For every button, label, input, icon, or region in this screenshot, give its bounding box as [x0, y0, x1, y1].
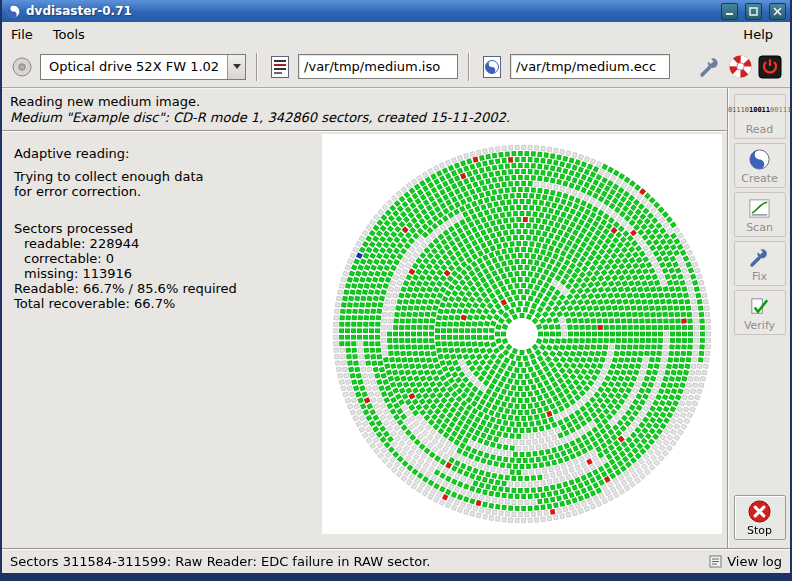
action-sidebar: 01110 10011 00111 Read Create [729, 88, 790, 548]
fix-button-label: Fix [752, 270, 767, 283]
maximize-button[interactable] [745, 3, 762, 20]
menu-tools[interactable]: Tools [53, 25, 93, 44]
verify-button[interactable]: Verify [734, 290, 786, 335]
verify-check-icon [748, 294, 771, 318]
app-icon [6, 4, 21, 19]
drive-status-icon [10, 55, 34, 79]
sectors-correctable: correctable: 0 [14, 251, 317, 266]
log-icon [709, 555, 722, 568]
mode-title: Adaptive reading: [14, 146, 317, 161]
drive-select-value: Optical drive 52X FW 1.02 [41, 55, 227, 79]
stop-button[interactable]: Stop [734, 495, 786, 540]
mode-desc-line1: Trying to collect enough data [14, 169, 317, 184]
binary-read-icon: 01110 10011 00111 [728, 98, 791, 122]
dvdisaster-window: dvdisaster-0.71 File Tools Help Optical … [0, 0, 792, 581]
scan-graph-icon [748, 196, 771, 220]
operation-header: Reading new medium image. Medium "Exampl… [2, 88, 727, 130]
read-button-label: Read [746, 123, 774, 136]
stop-icon [747, 499, 772, 523]
chevron-down-icon [227, 55, 245, 79]
statusbar-message: Sectors 311584-311599: Raw Reader: EDC f… [10, 554, 430, 569]
toolbar-separator [256, 53, 258, 81]
mode-desc-line2: for error correction. [14, 184, 317, 199]
wrench-icon [749, 245, 771, 269]
create-button-label: Create [741, 172, 778, 185]
image-path-input[interactable] [298, 54, 458, 79]
ecc-path-input[interactable] [510, 54, 670, 79]
close-button[interactable] [769, 3, 786, 20]
quit-power-icon[interactable] [758, 55, 782, 79]
sectors-missing: missing: 113916 [14, 266, 317, 281]
preferences-wrench-icon[interactable] [698, 55, 722, 79]
operation-title: Reading new medium image. [10, 94, 719, 110]
main-area: Adaptive reading: Trying to collect enou… [2, 132, 727, 548]
read-button[interactable]: 01110 10011 00111 Read [734, 94, 786, 139]
sectors-readable: readable: 228944 [14, 236, 317, 251]
toolbar-separator [468, 53, 470, 81]
scan-button-label: Scan [746, 221, 773, 234]
view-log-button[interactable]: View log [709, 554, 782, 569]
sector-map-spiral [322, 134, 722, 534]
help-disc-icon[interactable] [728, 55, 752, 79]
spiral-area [317, 132, 727, 548]
stop-button-label: Stop [747, 524, 772, 537]
minimize-button[interactable] [721, 3, 738, 20]
menubar: File Tools Help [2, 22, 790, 46]
ecc-file-icon [480, 55, 504, 79]
readable-percent: Readable: 66.7% / 85.6% required [14, 281, 317, 296]
progress-info-panel: Adaptive reading: Trying to collect enou… [2, 132, 317, 548]
toolbar: Optical drive 52X FW 1.02 [2, 46, 790, 88]
create-button[interactable]: Create [734, 143, 786, 188]
total-recoverable: Total recoverable: 66.7% [14, 296, 317, 311]
view-log-label: View log [727, 554, 782, 569]
fix-button[interactable]: Fix [734, 241, 786, 286]
sectors-title: Sectors processed [14, 221, 317, 236]
statusbar: Sectors 311584-311599: Raw Reader: EDC f… [2, 548, 790, 573]
titlebar[interactable]: dvdisaster-0.71 [2, 0, 790, 22]
drive-select[interactable]: Optical drive 52X FW 1.02 [40, 54, 246, 80]
window-bottom-edge [2, 573, 790, 581]
window-title: dvdisaster-0.71 [26, 4, 714, 18]
yin-yang-icon [748, 147, 771, 171]
menu-file[interactable]: File [11, 25, 41, 44]
scan-button[interactable]: Scan [734, 192, 786, 237]
image-file-icon [268, 55, 292, 79]
medium-info: Medium "Example disc": CD-R mode 1, 3428… [10, 110, 719, 126]
content-area: Reading new medium image. Medium "Exampl… [2, 88, 727, 548]
window-body: Reading new medium image. Medium "Exampl… [2, 88, 790, 548]
menu-help[interactable]: Help [743, 25, 781, 44]
verify-button-label: Verify [744, 319, 775, 332]
